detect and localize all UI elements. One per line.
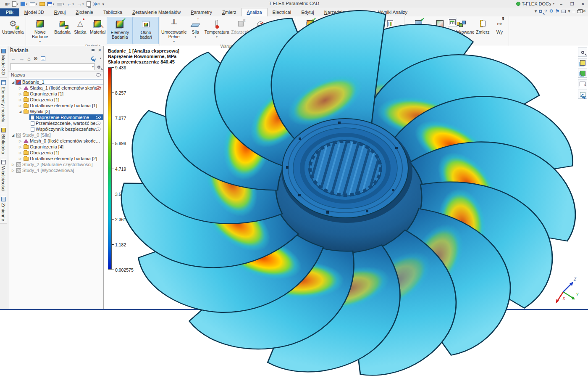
expander-icon[interactable]: ▷ <box>18 139 22 143</box>
panel-close-icon[interactable]: ✕ <box>98 48 102 53</box>
sidebar-tab-elementy-modelu[interactable]: Elementy modelu <box>0 78 7 125</box>
zoom-button[interactable] <box>578 48 587 57</box>
wheel-icon[interactable]: ⊛ <box>34 56 38 61</box>
tab-plik[interactable]: Plik <box>0 8 19 16</box>
column-header-name[interactable]: Nazwa <box>11 72 25 77</box>
sensor-button[interactable]: Czujnik <box>252 17 269 44</box>
search-icon[interactable] <box>97 66 100 69</box>
window-layout-icon[interactable] <box>562 9 566 14</box>
search-icon[interactable] <box>539 9 542 14</box>
minimize-button[interactable]: – <box>557 2 565 6</box>
tree-item[interactable]: ▷Ograniczenia [4] <box>8 144 103 150</box>
measure-button[interactable]: Zmierz <box>474 17 491 40</box>
filter-input[interactable] <box>10 64 92 69</box>
tree-item[interactable]: ▷Dodatkowe elementy badania [2] <box>8 156 103 161</box>
tflex-docs-button[interactable]: T-FLEX DOCs ▾ <box>516 1 554 6</box>
shading-yellow-button[interactable] <box>578 58 587 67</box>
doc-restore-icon[interactable] <box>577 9 580 14</box>
full-fixture-button[interactable]: ╨Umocowanie Pełne▾ <box>161 17 187 44</box>
material-button[interactable]: ✎Materiał <box>89 17 107 44</box>
expander-icon[interactable]: ▷ <box>18 151 22 155</box>
visibility-eye-icon[interactable] <box>96 116 101 119</box>
tree-item[interactable]: ▷Ograniczenia [1] <box>8 91 103 97</box>
panel-settings-wrench-icon[interactable] <box>91 56 96 61</box>
restore-button[interactable]: ❐ <box>568 2 576 6</box>
filter-combobox[interactable]: ▾ <box>10 64 95 70</box>
clear-study-button[interactable]: ✖Oczyść Badanie <box>323 17 349 40</box>
tab-zestawienie-materia-w[interactable]: Zestawienie Materiałów <box>127 8 186 16</box>
sidebar-tab-w-a-ciwo-ci[interactable]: Właściwości <box>0 157 7 194</box>
sidebar-tab-zmienne[interactable]: Zmienne <box>0 194 7 224</box>
tab-z-o-enie[interactable]: Złożenie <box>71 8 98 16</box>
expander-icon[interactable]: ▷ <box>18 98 22 102</box>
calculator-button[interactable] <box>448 18 457 27</box>
tree-item[interactable]: ◢Study_0 [Siła] <box>8 132 103 138</box>
sidebar-tab-biblioteka[interactable]: Biblioteka <box>0 125 7 157</box>
tree-item[interactable]: ▷Study_4 [Wyboczeniowa] <box>8 167 103 173</box>
solve-button[interactable]: ✔Znajdź Rozwiązanie <box>297 17 323 40</box>
tab-zmierz[interactable]: Zmierz <box>217 8 242 16</box>
shading-green-button[interactable] <box>578 69 587 78</box>
tab-analiza[interactable]: Analiza <box>242 8 268 16</box>
expander-icon[interactable]: ▷ <box>18 92 22 96</box>
tab-electrical[interactable]: Electrical <box>268 8 297 16</box>
temperature-button[interactable]: Temperatura▾ <box>204 17 230 44</box>
visibility-eye-icon[interactable] <box>96 122 101 125</box>
tree-item[interactable]: ◢Wyniki [3] <box>8 108 103 114</box>
tab-narz-dzia[interactable]: Narzędzia <box>319 8 350 16</box>
settings-button[interactable]: ⚙Ustawienia <box>1 17 25 40</box>
pin-icon[interactable] <box>92 48 94 53</box>
study-elements-button[interactable]: ✔Elementy Badania <box>107 17 133 44</box>
force-button[interactable]: ↑Siła▾ <box>187 17 204 44</box>
doc-minimize-icon[interactable]: – <box>572 9 575 14</box>
expander-icon[interactable]: ▷ <box>18 104 22 108</box>
expander-icon[interactable]: ◢ <box>11 133 15 137</box>
settings-gear-icon[interactable]: ⚙ <box>549 8 553 14</box>
back-icon[interactable]: ← <box>10 56 16 62</box>
doc-close-icon[interactable]: ✕ <box>583 8 586 14</box>
model-analysis-button[interactable] <box>431 17 448 40</box>
tree-item[interactable]: ▷Siatka_1 (Ilość elementów skończonyc... <box>8 85 103 91</box>
help-icon[interactable]: ? <box>544 9 547 14</box>
create-report-button[interactable]: Utwórz Raport <box>377 17 403 40</box>
forward-icon[interactable]: → <box>19 56 24 62</box>
expander-icon[interactable]: ▷ <box>18 145 22 149</box>
tree-item[interactable]: ▷Obciążenia [1] <box>8 97 103 103</box>
expander-icon[interactable]: ▷ <box>11 163 15 167</box>
view-settings-button[interactable] <box>578 90 587 99</box>
studies-button[interactable]: Badania <box>53 17 72 44</box>
expander-icon[interactable]: ▷ <box>11 169 15 172</box>
visibility-eye-icon[interactable] <box>96 127 101 131</box>
home-icon[interactable]: ⌂ <box>27 56 31 62</box>
more-tools-icon[interactable]: ▾ <box>568 8 570 14</box>
tree-item[interactable]: ▷Mesh_0 (Ilość elementów skończonyc... <box>8 138 103 144</box>
sidebar-tab-model-3d[interactable]: Model 3D <box>0 46 7 78</box>
expander-icon[interactable]: ◢ <box>11 80 15 84</box>
tab-tabliczka[interactable]: Tabliczka <box>98 8 127 16</box>
tab-edytuj[interactable]: Edytuj <box>296 8 319 16</box>
tab-parametry[interactable]: Parametry <box>186 8 217 16</box>
tree-item[interactable]: ▷Obciążenia [1] <box>8 150 103 156</box>
studies-window-button[interactable]: Okno badań <box>133 17 159 44</box>
tab-rysuj[interactable]: Rysuj <box>49 8 71 16</box>
tree-item[interactable]: Współczynnik bezpieczeństwa prz... <box>8 126 103 132</box>
tab-wyniki-analizy[interactable]: Wyniki Analizy <box>373 8 412 16</box>
mesh-button[interactable]: △Siatka <box>72 17 89 44</box>
view-orientation-button[interactable]: ▹ <box>578 79 587 88</box>
export-study-button[interactable]: →Eksportuj Badanie <box>351 17 377 40</box>
expander-icon[interactable]: ▷ <box>18 86 22 90</box>
3d-viewport[interactable]: Badanie_1 [Analiza ekspresowa] Naprężeni… <box>104 46 588 310</box>
tab-widok[interactable]: Widok <box>350 8 373 16</box>
tree-item[interactable]: Naprężenie Równomierne <box>8 114 103 120</box>
tree-item[interactable]: ▷Study_2 [Naturalne częstotliwości] <box>8 161 103 167</box>
visibility-eye-icon[interactable] <box>96 86 101 90</box>
expander-icon[interactable]: ▷ <box>18 157 22 161</box>
new-study-button[interactable]: Nowe Badanie▾ <box>27 17 53 44</box>
collapse-all-icon[interactable]: ⌄ <box>41 56 45 61</box>
expander-icon[interactable]: ◢ <box>18 110 22 114</box>
ribbon-options-icon[interactable]: ▾ <box>535 8 537 14</box>
tree-item[interactable]: Przemieszczenie, wartość bezwzgl... <box>8 120 103 126</box>
close-button[interactable]: ✕ <box>579 2 587 6</box>
tree-item[interactable]: ▷Dodatkowe elementy badania [1] <box>8 103 103 108</box>
dimension-button[interactable]: ↦5Wy <box>491 17 508 40</box>
